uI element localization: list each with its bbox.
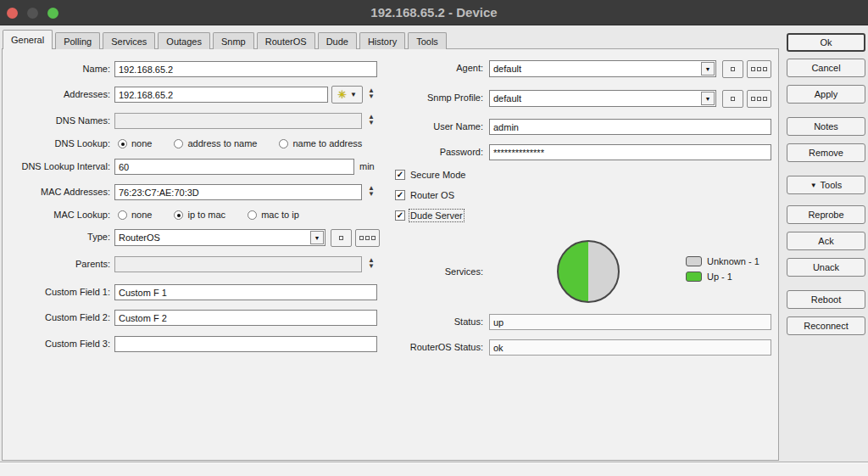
dns-lookup-interval-input[interactable]	[114, 159, 354, 175]
dns-lookup-label: DNS Lookup:	[0, 136, 110, 152]
addresses-resolve-button[interactable]: ✳ ▼	[331, 86, 363, 104]
reboot-button[interactable]: Reboot	[787, 290, 865, 309]
chevron-down-icon: ▼	[701, 92, 715, 105]
tab-dude[interactable]: Dude	[318, 32, 357, 49]
routeros-status-value	[489, 339, 771, 356]
cancel-button[interactable]: Cancel	[787, 59, 865, 77]
radio-icon	[174, 210, 183, 220]
notes-button[interactable]: Notes	[787, 117, 865, 136]
device-dialog-window: 192.168.65.2 - Device General Polling Se…	[0, 0, 868, 476]
type-edit-button[interactable]	[331, 229, 352, 247]
tab-routeros[interactable]: RouterOS	[257, 32, 315, 49]
radio-label: name to address	[292, 138, 362, 148]
square-icon	[365, 236, 370, 240]
custom-field-3-label: Custom Field 3:	[0, 336, 110, 352]
mac-lookup-option-none[interactable]: none	[118, 210, 152, 220]
gear-icon: ✳	[337, 89, 347, 100]
checkbox-label: Dude Server	[410, 210, 463, 221]
snmp-profile-label: Snmp Profile:	[364, 90, 483, 106]
type-dropdown-value: RouterOS	[115, 232, 310, 243]
type-dropdown[interactable]: RouterOS ▼	[114, 229, 326, 246]
parents-label: Parents:	[0, 256, 110, 272]
dns-names-input[interactable]	[114, 113, 362, 129]
custom-field-2-input[interactable]	[114, 310, 377, 326]
addresses-input[interactable]	[114, 87, 328, 103]
custom-field-2-label: Custom Field 2:	[0, 310, 110, 326]
agent-dropdown-value: default	[490, 64, 701, 74]
reconnect-button[interactable]: Reconnect	[787, 316, 865, 335]
dns-lookup-interval-label: DNS Lookup Interval:	[0, 159, 110, 175]
window-title: 192.168.65.2 - Device	[0, 5, 868, 20]
agent-edit-button[interactable]	[722, 60, 743, 78]
square-icon	[359, 236, 364, 240]
snmp-profile-edit-button[interactable]	[722, 90, 743, 108]
tab-outages[interactable]: Outages	[158, 32, 210, 49]
square-icon	[757, 67, 761, 71]
ok-button[interactable]: Ok	[787, 33, 865, 52]
agent-list-button[interactable]	[747, 60, 771, 78]
radio-icon	[118, 139, 127, 148]
custom-field-1-input[interactable]	[114, 284, 377, 300]
services-label: Services:	[364, 264, 483, 280]
ack-button[interactable]: Ack	[787, 232, 865, 250]
type-list-button[interactable]	[355, 229, 380, 247]
mac-lookup-label: MAC Lookup:	[0, 207, 110, 223]
square-icon	[763, 97, 767, 101]
agent-dropdown[interactable]: default ▼	[489, 60, 716, 77]
routeros-status-label: RouterOS Status:	[364, 339, 483, 356]
chevron-down-icon: ▼	[310, 231, 324, 244]
mac-lookup-option-ip-to-mac[interactable]: ip to mac	[174, 210, 225, 220]
agent-label: Agent:	[364, 60, 483, 76]
name-label: Name:	[0, 61, 110, 77]
checkbox-icon: ✓	[395, 210, 405, 221]
titlebar: 192.168.65.2 - Device	[0, 0, 868, 25]
snmp-profile-dropdown[interactable]: default ▼	[489, 90, 716, 107]
tab-polling[interactable]: Polling	[55, 32, 100, 49]
legend-swatch-unknown	[686, 256, 702, 266]
square-icon	[751, 97, 755, 101]
custom-field-3-input[interactable]	[114, 336, 377, 352]
dns-lookup-interval-unit: min	[359, 159, 385, 175]
dns-names-label: DNS Names:	[0, 113, 110, 129]
reprobe-button[interactable]: Reprobe	[787, 205, 865, 224]
snmp-profile-list-button[interactable]	[747, 90, 771, 108]
tools-button[interactable]: ▼ Tools	[787, 176, 865, 194]
apply-button[interactable]: Apply	[787, 85, 865, 104]
mac-lookup-option-mac-to-ip[interactable]: mac to ip	[248, 210, 299, 220]
radio-icon	[174, 139, 183, 148]
name-input[interactable]	[114, 61, 377, 77]
radio-label: none	[131, 138, 152, 148]
tab-history[interactable]: History	[359, 32, 405, 49]
square-icon	[731, 67, 735, 71]
tab-snmp[interactable]: Snmp	[213, 32, 254, 49]
legend-label-unknown: Unknown - 1	[707, 256, 760, 266]
user-name-label: User Name:	[364, 119, 483, 135]
user-name-input[interactable]	[489, 119, 771, 135]
snmp-profile-dropdown-value: default	[490, 93, 701, 104]
remove-button[interactable]: Remove	[787, 143, 865, 162]
general-tab-panel	[2, 48, 779, 461]
secure-mode-checkbox-row[interactable]: ✓ Secure Mode	[395, 170, 465, 180]
unack-button[interactable]: Unack	[787, 258, 865, 277]
square-icon	[339, 236, 343, 240]
spinner-down-icon: ▼	[368, 191, 375, 197]
tab-services[interactable]: Services	[103, 32, 155, 49]
tab-tools[interactable]: Tools	[408, 32, 447, 49]
router-os-checkbox-row[interactable]: ✓ Router OS	[395, 190, 454, 200]
custom-field-1-label: Custom Field 1:	[0, 284, 110, 300]
dns-lookup-option-none[interactable]: none	[118, 138, 152, 148]
mac-addresses-spinner[interactable]: ▲ ▼	[365, 185, 377, 197]
checkbox-label: Secure Mode	[410, 170, 465, 180]
checkbox-icon: ✓	[395, 170, 405, 180]
mac-addresses-input[interactable]	[114, 184, 362, 200]
password-input[interactable]	[489, 144, 771, 160]
tab-general[interactable]: General	[3, 30, 53, 49]
tab-bar: General Polling Services Outages Snmp Ro…	[3, 30, 449, 49]
dns-lookup-option-name-to-address[interactable]: name to address	[279, 138, 362, 148]
dude-server-checkbox-row[interactable]: ✓ Dude Server	[395, 210, 463, 221]
parents-input[interactable]	[114, 256, 362, 272]
radio-icon	[279, 139, 288, 148]
services-pie	[557, 240, 620, 303]
status-value	[489, 314, 771, 330]
dns-lookup-option-address-to-name[interactable]: address to name	[174, 138, 257, 148]
